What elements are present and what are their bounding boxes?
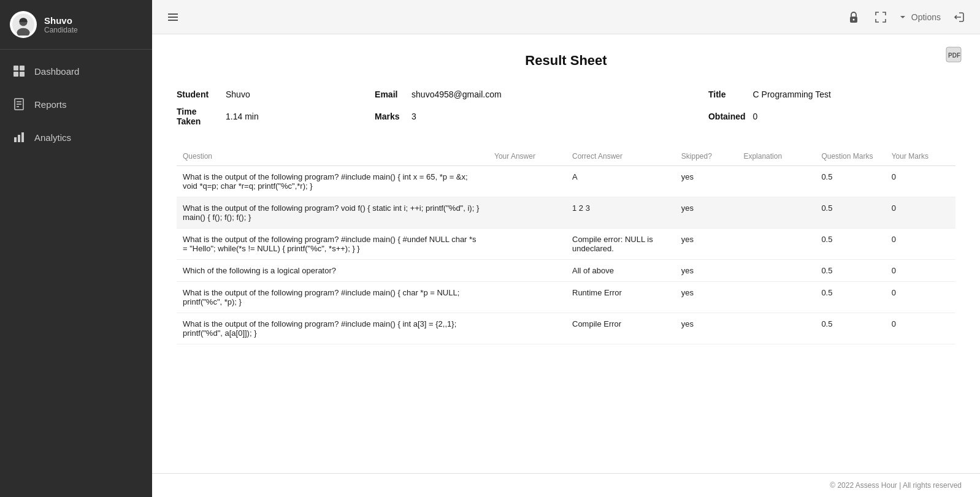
cell-correct-answer: 1 2 3: [566, 197, 675, 229]
cell-explanation: [737, 197, 815, 229]
col-header-explanation: Explanation: [737, 147, 815, 166]
options-button[interactable]: Options: [899, 12, 941, 22]
cell-your-answer: [488, 260, 566, 282]
col-header-question-marks: Question Marks: [815, 147, 885, 166]
cell-explanation: [737, 166, 815, 197]
cell-skipped: yes: [675, 260, 738, 282]
table-row: What is the output of the following prog…: [177, 166, 955, 197]
cell-your-answer: [488, 166, 566, 197]
svg-rect-3: [13, 66, 18, 70]
footer: © 2022 Assess Hour | All rights reserved: [152, 473, 980, 497]
col-header-correct-answer: Correct Answer: [566, 147, 675, 166]
cell-question-marks: 0.5: [815, 197, 885, 229]
sidebar-item-reports[interactable]: Reports: [0, 88, 152, 121]
cell-your-marks: 0: [886, 229, 955, 260]
sidebar: Shuvo Candidate Dashboard: [0, 0, 152, 497]
result-title: Result Sheet: [177, 53, 955, 69]
student-label: Student: [177, 86, 226, 103]
svg-rect-16: [168, 20, 178, 21]
table-row: Which of the following is a logical oper…: [177, 260, 955, 282]
cell-your-marks: 0: [886, 166, 955, 197]
obtained-value: 0: [753, 103, 955, 130]
svg-point-18: [852, 18, 854, 20]
cell-your-answer: [488, 313, 566, 344]
reports-icon: [12, 97, 26, 111]
sidebar-item-label: Dashboard: [34, 66, 79, 77]
obtained-label: Obtained: [708, 103, 753, 130]
cell-question: Which of the following is a logical oper…: [177, 260, 488, 282]
user-name: Shuvo: [44, 15, 78, 26]
table-row: What is the output of the following prog…: [177, 282, 955, 313]
svg-rect-14: [168, 13, 178, 15]
menu-icon[interactable]: [164, 9, 182, 26]
cell-explanation: [737, 260, 815, 282]
table-row: What is the output of the following prog…: [177, 313, 955, 344]
copyright-text: © 2022 Assess Hour | All rights reserved: [830, 481, 962, 490]
email-value: shuvo4958@gmail.com: [412, 86, 708, 103]
cell-explanation: [737, 313, 815, 344]
svg-rect-11: [14, 137, 17, 142]
cell-question: What is the output of the following prog…: [177, 282, 488, 313]
sidebar-item-label: Reports: [34, 99, 67, 110]
svg-rect-5: [13, 72, 18, 77]
cell-question-marks: 0.5: [815, 313, 885, 344]
cell-correct-answer: A: [566, 166, 675, 197]
svg-rect-6: [20, 72, 25, 77]
cell-your-marks: 0: [886, 197, 955, 229]
lock-icon: [845, 9, 862, 26]
cell-skipped: yes: [675, 282, 738, 313]
cell-explanation: [737, 282, 815, 313]
cell-skipped: yes: [675, 197, 738, 229]
sidebar-nav: Dashboard Reports Analytics: [0, 50, 152, 154]
col-header-skipped: Skipped?: [675, 147, 738, 166]
cell-question: What is the output of the following prog…: [177, 197, 488, 229]
expand-icon[interactable]: [872, 9, 889, 26]
cell-question-marks: 0.5: [815, 260, 885, 282]
marks-value: 3: [412, 103, 708, 130]
cell-skipped: yes: [675, 313, 738, 344]
cell-question: What is the output of the following prog…: [177, 313, 488, 344]
cell-skipped: yes: [675, 229, 738, 260]
title-value: C Programming Test: [753, 86, 955, 103]
time-label: Time Taken: [177, 103, 226, 130]
sidebar-item-dashboard[interactable]: Dashboard: [0, 55, 152, 88]
cell-your-answer: [488, 197, 566, 229]
cell-your-marks: 0: [886, 282, 955, 313]
svg-text:PDF: PDF: [948, 52, 960, 59]
marks-label: Marks: [375, 103, 412, 130]
pdf-export-button[interactable]: PDF: [946, 47, 962, 66]
cell-correct-answer: Runtime Error: [566, 282, 675, 313]
svg-rect-4: [20, 66, 25, 70]
cell-question-marks: 0.5: [815, 229, 885, 260]
sidebar-profile: Shuvo Candidate: [0, 0, 152, 50]
analytics-icon: [12, 131, 26, 144]
student-value: Shuvo: [226, 86, 375, 103]
cell-question: What is the output of the following prog…: [177, 166, 488, 197]
cell-explanation: [737, 229, 815, 260]
svg-rect-15: [168, 17, 178, 18]
cell-your-marks: 0: [886, 313, 955, 344]
content-area: PDF Result Sheet Student Shuvo Email shu…: [152, 34, 980, 473]
cell-question-marks: 0.5: [815, 166, 885, 197]
logout-icon[interactable]: [951, 9, 968, 26]
cell-correct-answer: All of above: [566, 260, 675, 282]
cell-skipped: yes: [675, 166, 738, 197]
topbar: Options: [152, 0, 980, 34]
cell-your-answer: [488, 282, 566, 313]
col-header-your-answer: Your Answer: [488, 147, 566, 166]
cell-question-marks: 0.5: [815, 282, 885, 313]
title-label: Title: [708, 86, 753, 103]
table-row: What is the output of the following prog…: [177, 229, 955, 260]
user-role: Candidate: [44, 26, 78, 34]
sidebar-item-label: Analytics: [34, 132, 71, 143]
sidebar-item-analytics[interactable]: Analytics: [0, 121, 152, 154]
col-header-question: Question: [177, 147, 488, 166]
cell-correct-answer: Compile Error: [566, 313, 675, 344]
avatar: [10, 11, 37, 38]
cell-question: What is the output of the following prog…: [177, 229, 488, 260]
main-area: Options PDF Result Sheet Student Shuvo: [152, 0, 980, 497]
cell-your-answer: [488, 229, 566, 260]
cell-your-marks: 0: [886, 260, 955, 282]
svg-rect-12: [18, 135, 20, 142]
col-header-your-marks: Your Marks: [886, 147, 955, 166]
